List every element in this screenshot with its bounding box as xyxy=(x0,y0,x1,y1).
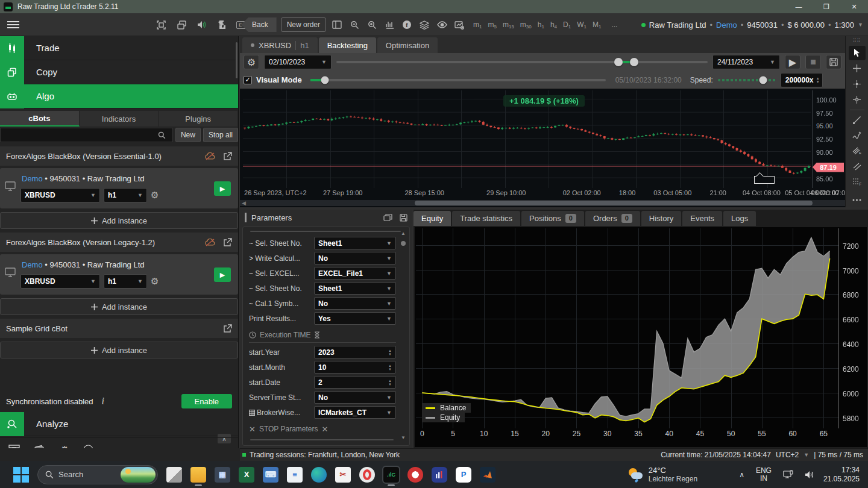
magnet-crosshair-tool[interactable] xyxy=(849,77,866,92)
matlab-icon[interactable] xyxy=(480,467,495,483)
timeframe-select[interactable]: h1▼ xyxy=(104,188,147,202)
backtest-range-slider[interactable] xyxy=(336,61,708,63)
excel-icon[interactable]: X xyxy=(239,467,254,483)
scrollbar-thumb[interactable] xyxy=(401,241,406,246)
parameter-select[interactable]: ICMarkets_CT▼ xyxy=(314,406,396,419)
parameter-select[interactable]: Yes▼ xyxy=(314,312,396,325)
more-tools-button[interactable] xyxy=(849,193,866,207)
add-instance-button[interactable]: Add instance xyxy=(0,298,238,315)
tab-optimisation[interactable]: Optimisation xyxy=(377,37,438,53)
info-icon[interactable]: i xyxy=(102,396,104,407)
tab-indicators[interactable]: Indicators xyxy=(80,111,159,127)
edge-browser-icon[interactable] xyxy=(311,467,327,483)
share-export-icon[interactable] xyxy=(223,324,232,333)
sidebar-item-analyze[interactable]: Analyze xyxy=(0,412,238,436)
stop-backtest-button[interactable]: ■ xyxy=(805,55,821,69)
tab-backtesting[interactable]: Backtesting xyxy=(319,37,376,53)
visual-mode-checkbox[interactable]: ✓ xyxy=(244,76,252,84)
play-backtest-button[interactable]: ▶ xyxy=(785,55,800,69)
remote-keyboard-icon[interactable]: ⌨ xyxy=(263,467,278,483)
symbol-select[interactable]: XBRUSD▼ xyxy=(20,188,100,202)
calculator-icon[interactable]: ▦ xyxy=(215,467,230,483)
start-cbot-button[interactable]: ▶ xyxy=(214,267,231,282)
execution-time-section[interactable]: Execution TIME xyxy=(249,327,396,343)
hamburger-menu-icon[interactable] xyxy=(7,21,19,28)
playback-progress-slider[interactable] xyxy=(310,79,606,81)
new-cbot-button[interactable]: New xyxy=(175,128,201,142)
timeframe-m15-button[interactable]: m15 xyxy=(500,20,517,30)
timeframe-m30-button[interactable]: m30 xyxy=(517,20,535,30)
share-export-icon[interactable] xyxy=(223,152,232,161)
chart-settings-icon[interactable] xyxy=(453,18,466,31)
back-button[interactable]: Back xyxy=(241,17,277,32)
freehand-draw-tool[interactable] xyxy=(849,128,866,142)
network-display-icon[interactable] xyxy=(783,470,794,479)
tab-chart-xbrusd[interactable]: XBRUSD h1 xyxy=(242,37,318,53)
scroll-down-arrow[interactable]: ▼ xyxy=(400,435,407,440)
parameter-select[interactable]: Sheet1▼ xyxy=(314,282,396,295)
timeframe-m1-button[interactable]: m1 xyxy=(470,20,485,30)
tab-history[interactable]: History xyxy=(641,211,681,226)
parameter-select[interactable]: EXCEL_File1▼ xyxy=(314,267,396,280)
start-date-select[interactable]: 02/10/2023▼ xyxy=(264,55,332,69)
more-timeframes-button[interactable]: ... xyxy=(608,20,620,29)
tray-chevron-up-icon[interactable]: ∧ xyxy=(739,471,744,479)
parameter-select[interactable]: No▼ xyxy=(314,252,396,264)
plugins-puzzle-icon[interactable] xyxy=(216,18,229,31)
parameter-number-input[interactable]: 2▲▼ xyxy=(314,376,396,389)
tab-orders[interactable]: Orders0 xyxy=(585,211,640,226)
cbot-header[interactable]: Sample Grid cBot xyxy=(0,319,238,338)
sidebar-scrollbar[interactable] xyxy=(236,42,237,78)
instance-settings-gear-icon[interactable]: ⚙ xyxy=(151,190,159,201)
cbot-header[interactable]: ForexAlgos BlackBox (Version Essential-1… xyxy=(0,146,238,166)
indicators-icon[interactable] xyxy=(383,18,396,31)
maximize-button[interactable]: ❒ xyxy=(813,0,840,13)
chart-layout-icon[interactable] xyxy=(330,18,344,31)
scroll-left-arrow-icon[interactable]: ◀ xyxy=(242,200,246,206)
toolbar-drag-handle[interactable]: ⠿⠿ xyxy=(853,38,861,43)
cloud-sync-off-icon[interactable] xyxy=(205,239,216,246)
timeframe-D1-button[interactable]: D1 xyxy=(560,20,574,30)
range-knob-start[interactable] xyxy=(614,58,623,66)
timeframe-h4-button[interactable]: h4 xyxy=(547,20,560,30)
timezone-chevron-icon[interactable]: ▼ xyxy=(804,452,809,458)
equidistant-channel-tool[interactable]: E xyxy=(849,143,866,158)
parameter-select[interactable]: No▼ xyxy=(314,297,396,310)
cbot-search-input[interactable] xyxy=(0,128,173,142)
sound-icon[interactable] xyxy=(195,18,209,31)
speed-value-spinner[interactable]: 200000x ▲▼ xyxy=(781,73,823,87)
speed-knob[interactable] xyxy=(759,76,767,84)
fibonacci-tool[interactable]: F xyxy=(849,175,866,189)
crosshair-tool[interactable] xyxy=(849,61,866,76)
tab-events[interactable]: Events xyxy=(682,211,722,226)
tab-plugins[interactable]: Plugins xyxy=(159,111,238,127)
chart-horizontal-scrollbar[interactable]: ◀ xyxy=(240,200,845,206)
save-report-button[interactable] xyxy=(826,55,841,69)
parameter-select[interactable]: No▼ xyxy=(314,391,396,404)
share-export-icon[interactable] xyxy=(223,238,232,247)
visibility-eye-icon[interactable] xyxy=(435,18,448,31)
volume-icon[interactable] xyxy=(805,471,814,479)
equity-chart[interactable]: 58006000620064006600680070007200 0510152… xyxy=(415,227,867,447)
end-date-select[interactable]: 24/11/2023▼ xyxy=(712,55,780,69)
close-button[interactable]: ✕ xyxy=(840,0,868,13)
timezone-label[interactable]: UTC+2 xyxy=(776,451,799,459)
snipping-tool-icon[interactable]: ✂ xyxy=(335,467,351,483)
icmarkets-ctrader-icon[interactable]: .ılC xyxy=(383,467,399,483)
parameters-scrollbar[interactable]: ▲ ▼ xyxy=(400,231,407,442)
taskbar-search[interactable]: Search xyxy=(37,465,158,484)
timeframe-W1-button[interactable]: W1 xyxy=(574,20,590,30)
trend-line-tool[interactable] xyxy=(849,113,866,127)
speed-slider[interactable] xyxy=(718,79,776,81)
sidebar-item-trade[interactable]: Trade xyxy=(0,36,238,60)
detach-panel-icon[interactable] xyxy=(383,214,392,222)
timeframe-select[interactable]: h1▼ xyxy=(104,274,147,289)
new-order-button[interactable]: New order xyxy=(281,17,326,32)
start-button[interactable] xyxy=(13,467,29,483)
tab-positions[interactable]: Positions0 xyxy=(521,211,584,226)
cloud-sync-off-icon[interactable] xyxy=(205,152,216,160)
playback-knob[interactable] xyxy=(321,76,329,84)
pointer-tool[interactable] xyxy=(849,46,866,60)
red-app-icon[interactable] xyxy=(407,467,423,483)
tab-cbots[interactable]: cBots xyxy=(0,111,80,127)
